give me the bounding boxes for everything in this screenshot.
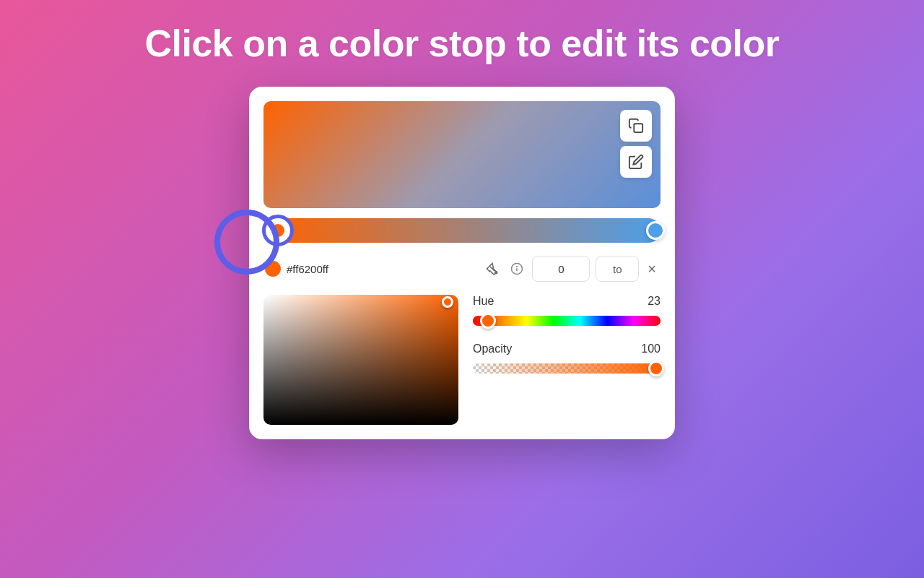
- opacity-label: Opacity: [473, 342, 512, 355]
- color-stop-row: #ff6200ff to ×: [263, 256, 661, 282]
- opacity-value: 100: [641, 342, 661, 355]
- opacity-slider[interactable]: [473, 361, 661, 376]
- headline: Click on a color stop to edit its color: [144, 22, 779, 65]
- opacity-thumb[interactable]: [648, 361, 664, 376]
- gradient-preview: [263, 101, 661, 208]
- hex-value: #ff6200ff: [287, 263, 477, 275]
- color-swatch: [265, 261, 281, 277]
- preview-buttons: [620, 110, 652, 178]
- hue-thumb[interactable]: [480, 313, 496, 329]
- hue-label: Hue: [473, 295, 494, 308]
- edit-gradient-button[interactable]: [620, 146, 652, 178]
- saturation-box[interactable]: [263, 295, 458, 425]
- opacity-label-row: Opacity 100: [473, 342, 661, 355]
- eyedropper-button[interactable]: [483, 259, 502, 278]
- to-label: to: [596, 256, 639, 282]
- gradient-bar[interactable]: [263, 218, 661, 243]
- gradient-bar-wrap: [263, 218, 661, 243]
- copy-gradient-button[interactable]: [620, 110, 652, 142]
- color-editor-panel: #ff6200ff to × Hue: [249, 87, 675, 439]
- hue-slider[interactable]: [473, 314, 661, 328]
- stop-right-handle[interactable]: [646, 221, 665, 240]
- saturation-overlay: [263, 295, 458, 425]
- saturation-cursor[interactable]: [442, 296, 453, 308]
- sliders-area: Hue 23 Opacity 100: [473, 295, 661, 425]
- remove-stop-button[interactable]: ×: [645, 259, 659, 279]
- position-input[interactable]: [532, 256, 590, 282]
- stop-left-handle[interactable]: [262, 215, 294, 246]
- hue-value: 23: [648, 295, 661, 308]
- stop-left-color: [271, 224, 284, 237]
- svg-rect-0: [634, 124, 642, 132]
- color-picker-area: Hue 23 Opacity 100: [263, 295, 661, 425]
- hue-track: [473, 316, 661, 326]
- opacity-track: [473, 363, 661, 374]
- info-button[interactable]: [507, 259, 526, 278]
- hue-label-row: Hue 23: [473, 295, 661, 308]
